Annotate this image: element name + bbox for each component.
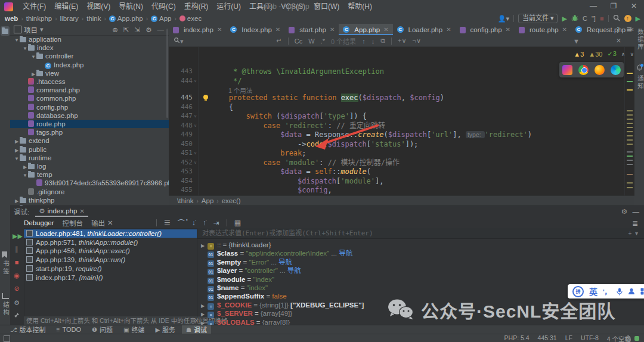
notifications-bell-icon[interactable]	[636, 64, 643, 71]
debug-settings-icon[interactable]: ⚙	[621, 207, 627, 216]
tree-item[interactable]: tags.php	[10, 128, 169, 136]
tree-item[interactable]: ▶view	[10, 69, 169, 77]
tree-item[interactable]: ▼runtime	[10, 154, 169, 162]
tree-item[interactable]: database.php	[10, 111, 169, 120]
firefox-icon[interactable]	[595, 65, 605, 75]
menu-item[interactable]: 代码(C)	[147, 0, 180, 13]
ime-user-icon[interactable]	[628, 288, 635, 295]
coverage-indicator-icon[interactable]	[634, 336, 639, 341]
code-line[interactable]: ->code($dispatch['status']);	[298, 140, 418, 149]
select-all-occurrences-icon[interactable]: ⧉	[380, 37, 385, 45]
menu-item[interactable]: 运行(U)	[212, 0, 245, 13]
search-icon[interactable]: ▾	[174, 37, 184, 45]
tree-item[interactable]: ▼index	[10, 43, 169, 52]
fold-marker[interactable]: ∨	[194, 151, 199, 156]
recent-files-icon[interactable]: ≣	[626, 26, 632, 34]
watch-dropdown-icon[interactable]: ▾	[635, 230, 638, 237]
tree-item[interactable]: ▼application	[10, 35, 169, 43]
run-to-cursor-icon[interactable]: ⇥	[213, 219, 219, 227]
hide-debug-icon[interactable]: —	[633, 208, 640, 215]
close-session-icon[interactable]: ✕	[79, 208, 84, 214]
add-watch-icon[interactable]: +	[628, 230, 632, 237]
menu-item[interactable]: 窗口(W)	[309, 0, 343, 13]
code-line[interactable]: protected static function exec($dispatch…	[229, 94, 444, 102]
ime-language-toggle[interactable]: 英	[589, 285, 597, 297]
locate-file-icon[interactable]: ⊕	[112, 26, 118, 34]
debug-tab-控制台[interactable]: 控制台	[63, 218, 83, 228]
mute-breakpoints-icon[interactable]: ⊘	[13, 284, 21, 293]
chrome-icon[interactable]	[578, 65, 589, 75]
search-filter-icon[interactable]: ▼	[573, 38, 580, 45]
status-item[interactable]: PHP: 5.4	[504, 334, 530, 342]
status-item[interactable]: LF	[565, 334, 572, 342]
pause-program-icon[interactable]: ∥	[13, 245, 21, 253]
variable-row[interactable]: 01$module = "index"	[197, 275, 644, 284]
ime-punctuation-icon[interactable]: '，	[603, 287, 611, 296]
close-button[interactable]: ✕	[624, 0, 644, 13]
close-search-icon[interactable]: ✕	[616, 37, 621, 45]
stack-frame[interactable]: App.php:456, think\App::exec()	[24, 247, 197, 255]
profiler-button[interactable]: C	[583, 14, 587, 23]
tree-item[interactable]: ▼temp	[10, 170, 169, 179]
code-line[interactable]: $dispatch['module'],	[298, 177, 384, 186]
ide-update-icon[interactable]: ↑	[624, 15, 631, 22]
code-line[interactable]: case 'module': // 模块/控制器/操作	[263, 158, 400, 167]
structure-label[interactable]: 结构	[2, 301, 11, 316]
fold-marker[interactable]: ∨	[194, 160, 199, 165]
toolwindow-toggle-icon[interactable]	[4, 335, 10, 342]
statusbar-button-调试[interactable]: ☗调试	[182, 325, 211, 334]
debug-gear-icon[interactable]: ⚙	[13, 299, 21, 307]
statusbar-button-问题[interactable]: ❶问题	[88, 325, 117, 334]
error-stripe[interactable]	[624, 46, 634, 195]
step-into-icon[interactable]: ↓̇	[192, 219, 196, 227]
tree-item[interactable]: ▶thinkphp	[10, 196, 169, 204]
minimize-button[interactable]: —	[583, 0, 603, 13]
code-line[interactable]: $data = self::module(	[280, 167, 371, 176]
editor-tab-index-php[interactable]: index.php✕	[169, 24, 226, 35]
menu-item[interactable]: 导航(N)	[114, 0, 147, 13]
fold-marker[interactable]: ∨	[194, 114, 199, 119]
code-line[interactable]: case 'redirect': // 重定向跳转	[263, 122, 385, 130]
debug-tab-输出[interactable]: 输出✕	[91, 218, 113, 228]
edge-icon[interactable]	[611, 65, 621, 75]
tree-item[interactable]: .htaccess	[10, 77, 169, 86]
ime-logo-icon[interactable]: 拼	[572, 286, 584, 297]
code-line[interactable]: * @throws \InvalidArgumentException	[233, 67, 384, 76]
code-line[interactable]: switch ($dispatch['type']) {	[246, 112, 367, 121]
stop-debug-icon[interactable]: ■	[13, 258, 21, 266]
tree-item[interactable]: 93fd90174dedc3fa55393e69917c8966.php	[10, 179, 169, 187]
database-tool-button[interactable]: 数据库	[636, 29, 644, 51]
breadcrumb-item[interactable]: exec	[179, 15, 202, 22]
whole-words-toggle[interactable]: W	[308, 38, 314, 45]
breadcrumb-item[interactable]: CApp	[151, 15, 171, 22]
tree-item[interactable]: .gitignore	[10, 188, 169, 196]
stack-frame[interactable]: Loader.php:481, think\Loader::controller…	[24, 229, 197, 238]
phpstorm-browser-icon[interactable]	[562, 65, 572, 75]
statusbar-button-终端[interactable]: ▣终端	[119, 325, 148, 334]
editor-breadcrumb-item[interactable]: \think	[177, 197, 194, 204]
tree-item[interactable]: CIndex.php	[10, 61, 169, 69]
menu-item[interactable]: 文件(F)	[18, 0, 50, 13]
menu-item[interactable]: 视图(V)	[82, 0, 114, 13]
variable-row[interactable]: 01$empty = "Error" ... 导航	[197, 258, 644, 266]
debug-session-tab[interactable]: ⚙ index.php ✕	[35, 206, 88, 217]
stop-button[interactable]: ■	[600, 14, 604, 23]
editor-tab-start-php[interactable]: start.php✕	[284, 24, 339, 35]
project-view-title[interactable]: 项目	[24, 25, 38, 35]
menu-item[interactable]: 帮助(H)	[343, 0, 376, 13]
tree-item[interactable]: ▶log	[10, 162, 169, 170]
step-over-icon[interactable]: ⌒̇	[178, 217, 185, 228]
fold-marker[interactable]: ∨	[194, 123, 199, 128]
expand-all-icon[interactable]: ⇱	[123, 26, 129, 34]
debug-button[interactable]	[571, 14, 578, 23]
tree-item[interactable]: ▼controller	[10, 52, 169, 60]
ime-toolbox-icon[interactable]	[640, 288, 644, 295]
run-button[interactable]: ▶	[562, 14, 566, 23]
variable-row[interactable]: 01$class = "app\index\controller\Index" …	[197, 249, 644, 257]
match-case-toggle[interactable]: Cc	[295, 38, 302, 45]
hide-panel-icon[interactable]: —	[157, 26, 165, 34]
newline-icon[interactable]: ↵	[277, 37, 282, 45]
stack-frame[interactable]: App.php:139, think\App::run()	[24, 256, 197, 264]
editor-tab-config-php[interactable]: config.php✕	[456, 24, 515, 35]
statusbar-button-服务[interactable]: ▶服务	[151, 325, 179, 334]
